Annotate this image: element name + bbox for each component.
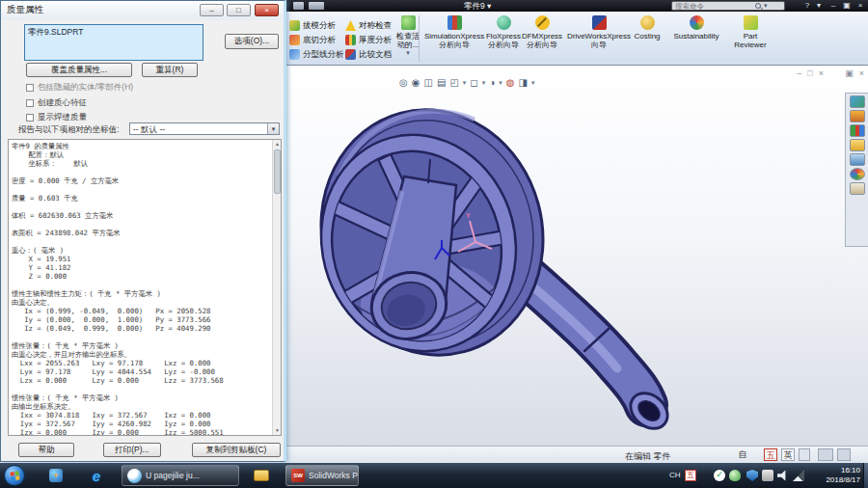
ime-keyboard-icon[interactable] xyxy=(818,448,833,461)
taskbar-solidworks-button[interactable]: SW SolidWorks Pre... xyxy=(285,465,359,486)
show-weld-mass-checkbox[interactable] xyxy=(26,114,34,122)
ime-tools-icon[interactable] xyxy=(837,448,851,461)
tray-network-icon[interactable] xyxy=(793,470,804,481)
dialog-title-bar[interactable]: 质量属性 – □ × xyxy=(1,1,284,20)
dfmxpress-button[interactable]: DFMXpress 分析向导 xyxy=(521,15,563,62)
ime-wubi-icon[interactable]: 五 xyxy=(764,448,777,461)
ime-auto-icon[interactable]: 自 xyxy=(737,448,748,461)
graphics-viewport[interactable]: Y ◎ ◉ ◫ ▤ ◰▾ ◻▾ ◑▾ ◍ ◨▾ xyxy=(285,66,868,446)
appearances-icon[interactable] xyxy=(850,168,865,180)
show-weld-mass-checkbox-row[interactable]: 显示焊缝质量 xyxy=(26,112,87,123)
taskbar-browser-button[interactable]: U pagejilie ju... xyxy=(122,465,239,486)
scroll-thumb[interactable] xyxy=(274,149,281,194)
taskbar-wmp-button[interactable]: ▾ xyxy=(41,465,71,486)
include-hidden-checkbox-row[interactable]: 包括隐藏的实体/零部件(H) xyxy=(26,82,133,94)
tray-wubi-icon[interactable]: 五 xyxy=(685,470,696,481)
zoom-area-icon[interactable]: ◉ xyxy=(412,77,420,89)
scroll-up-icon[interactable]: ▲ xyxy=(273,140,282,149)
tray-shield-icon[interactable] xyxy=(746,470,758,481)
quick-access-save-icon[interactable] xyxy=(293,2,304,10)
show-desktop-button[interactable] xyxy=(863,463,868,488)
zoom-fit-icon[interactable]: ◎ xyxy=(399,77,408,89)
draft-analysis-button[interactable]: 拔模分析 xyxy=(289,19,336,32)
display-style-caret-icon[interactable]: ▾ xyxy=(482,79,486,87)
folder-icon[interactable] xyxy=(850,139,865,151)
recalculate-button[interactable]: 重算(R) xyxy=(142,63,198,77)
simulationxpress-button[interactable]: SimulationXpress 分析向导 xyxy=(422,15,486,62)
sustainability-button[interactable]: Sustainability xyxy=(669,15,723,62)
create-com-feature-checkbox-row[interactable]: 创建质心特征 xyxy=(26,97,87,109)
view-orientation-icon[interactable]: ◰ xyxy=(449,77,458,89)
window-minimize-button[interactable]: – xyxy=(827,0,839,11)
apply-scene-icon[interactable]: ◨ xyxy=(518,77,527,89)
custom-properties-icon[interactable] xyxy=(850,182,865,195)
doc-restore-button[interactable]: □ xyxy=(807,68,812,78)
edit-appearance-icon[interactable]: ◍ xyxy=(506,77,515,89)
costing-button[interactable]: Costing xyxy=(629,15,665,62)
quick-access-menu-icon[interactable] xyxy=(309,2,324,10)
taskpane-restore-button[interactable]: ▣ xyxy=(845,68,854,78)
symmetry-check-button[interactable]: 对称检查 xyxy=(345,19,392,32)
window-close-button[interactable]: × xyxy=(854,0,866,11)
thickness-analysis-button[interactable]: 厚度分析 xyxy=(345,34,392,46)
file-explorer-icon[interactable] xyxy=(850,124,865,137)
check-active-caret-icon[interactable]: ▾ xyxy=(406,49,410,57)
search-icon[interactable] xyxy=(755,3,761,9)
dialog-minimize-button[interactable]: – xyxy=(200,4,224,16)
coordinate-system-dropdown[interactable]: -- 默认 -- ▾ xyxy=(129,122,280,135)
taskpane-close-button[interactable]: × xyxy=(859,68,864,78)
driveworksxpress-button[interactable]: DriveWorksXpress 向导 xyxy=(567,15,631,62)
tray-speaker-icon[interactable] xyxy=(777,470,789,481)
taskbar-ie-button[interactable]: e xyxy=(81,465,112,486)
part-reviewer-button[interactable]: Part Reviewer xyxy=(729,15,772,62)
view-palette-icon[interactable] xyxy=(850,153,865,166)
report-scrollbar[interactable]: ▲ ▼ xyxy=(272,140,281,435)
help-caret-icon[interactable]: ▾ xyxy=(814,0,824,11)
floxpress-button[interactable]: FloXpress 分析向导 xyxy=(484,15,523,62)
help-button[interactable]: ? xyxy=(800,0,814,11)
options-button[interactable]: 选项(O)... xyxy=(225,34,279,49)
doc-minimize-button[interactable]: – xyxy=(797,68,801,78)
start-button[interactable] xyxy=(4,465,25,486)
compare-documents-button[interactable]: 比较文档 xyxy=(345,48,392,61)
title-caret-icon[interactable]: ▾ xyxy=(487,1,491,11)
apply-scene-caret-icon[interactable]: ▾ xyxy=(531,79,535,87)
hide-show-items-icon[interactable]: ◑ xyxy=(489,77,495,89)
mass-properties-dialog: 质量属性 – □ × 零件9.SLDPRT 选项(O)... 覆盖质量属性...… xyxy=(0,0,286,462)
tray-clock[interactable]: 16:10 2018/8/17 xyxy=(826,466,860,485)
display-style-icon[interactable]: ◻ xyxy=(470,77,477,89)
command-search[interactable]: ▾ xyxy=(671,1,785,11)
taskbar-explorer-button[interactable] xyxy=(245,465,278,486)
ime-punctuation-icon[interactable] xyxy=(799,448,810,461)
copy-to-clipboard-button[interactable]: 复制到剪贴板(C) xyxy=(192,443,281,457)
section-view-icon[interactable]: ▤ xyxy=(437,77,446,89)
dropdown-caret-icon[interactable]: ▾ xyxy=(267,123,279,134)
scroll-down-icon[interactable]: ▼ xyxy=(273,426,282,435)
view-orientation-caret-icon[interactable]: ▾ xyxy=(463,79,467,87)
create-com-feature-checkbox[interactable] xyxy=(26,99,34,107)
search-input[interactable] xyxy=(672,2,755,11)
window-restore-button[interactable]: ▣ xyxy=(841,0,853,11)
search-caret-icon[interactable]: ▾ xyxy=(764,2,768,10)
doc-close-button[interactable]: × xyxy=(819,68,824,78)
tray-clipboard-icon[interactable] xyxy=(762,470,773,481)
tray-language-indicator[interactable]: CH xyxy=(669,471,681,479)
hide-show-caret-icon[interactable]: ▾ xyxy=(499,79,502,87)
dialog-close-button[interactable]: × xyxy=(255,4,279,16)
dialog-maximize-button[interactable]: □ xyxy=(227,4,251,16)
parting-line-analysis-button[interactable]: 分型线分析 xyxy=(289,48,344,61)
help-dialog-button[interactable]: 帮助 xyxy=(18,443,74,457)
selected-items-box[interactable]: 零件9.SLDPRT xyxy=(24,24,203,61)
undercut-analysis-button[interactable]: 底切分析 xyxy=(289,34,336,46)
print-button[interactable]: 打印(P)... xyxy=(103,443,161,457)
solidworks-resources-icon[interactable] xyxy=(850,95,865,108)
tray-update-check-icon[interactable]: ✓ xyxy=(714,470,725,481)
include-hidden-checkbox[interactable] xyxy=(26,84,34,92)
design-library-icon[interactable] xyxy=(850,110,865,122)
mass-properties-report[interactable]: 零件9 的质量属性 配置：默认 坐标系： 默认 密度 = 0.000 千克 / … xyxy=(8,139,282,436)
part-model[interactable]: Y xyxy=(285,66,868,446)
tray-cloud-icon[interactable] xyxy=(729,470,741,481)
previous-view-icon[interactable]: ◫ xyxy=(423,77,432,89)
ime-english-icon[interactable]: 英 xyxy=(781,448,795,461)
override-mass-properties-button[interactable]: 覆盖质量属性... xyxy=(26,63,132,77)
